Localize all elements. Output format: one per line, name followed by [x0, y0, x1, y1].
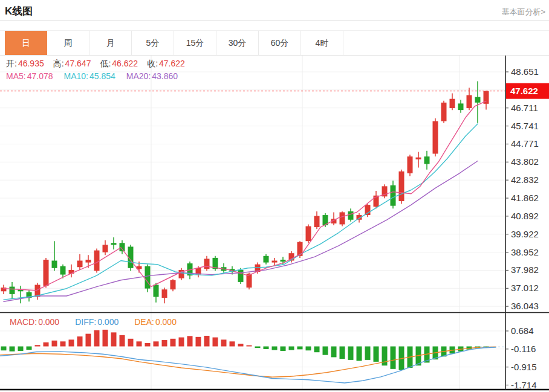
- current-price-badge-label: 47.622: [510, 86, 538, 96]
- candle: [52, 260, 57, 268]
- period-tabs: 日 周 月 5分 15分 30分 60分 4时: [0, 30, 549, 56]
- macd-readout: MACD:0.000 DIFF:0.000 DEA:0.000: [10, 317, 177, 327]
- candle: [171, 280, 176, 289]
- macd-bar: [187, 336, 193, 346]
- macd-bar: [27, 347, 32, 350]
- macd-bar: [255, 347, 261, 349]
- macd-bar: [86, 334, 91, 347]
- candle: [416, 158, 421, 159]
- candle: [120, 243, 125, 251]
- candle: [162, 289, 167, 298]
- candle: [111, 243, 117, 245]
- macd-bar: [264, 347, 269, 349]
- tab-4hour[interactable]: 4时: [301, 31, 343, 55]
- macd-bar: [289, 347, 294, 350]
- ohlc-open: 开:46.935: [6, 59, 44, 69]
- fundamental-analysis-link[interactable]: 基本面分析>: [501, 7, 545, 18]
- y-axis-label: 37.012: [511, 283, 539, 293]
- candle: [424, 156, 430, 164]
- candle: [306, 227, 311, 242]
- macd-bar: [314, 347, 320, 353]
- candle: [204, 259, 210, 269]
- macd-bar: [162, 340, 167, 346]
- candle: [264, 256, 269, 263]
- y-axis-label: -0.116: [511, 344, 536, 354]
- candle: [314, 216, 320, 227]
- macd-bar: [111, 332, 117, 346]
- candle: [433, 121, 438, 154]
- macd-bar: [1, 347, 7, 351]
- macd-bar: [297, 347, 303, 350]
- ohlc-high: 高:47.647: [53, 59, 91, 69]
- candle: [458, 103, 464, 110]
- candle: [94, 251, 100, 271]
- macd-bar: [35, 345, 41, 346]
- candle: [467, 95, 472, 109]
- macd-bar: [323, 347, 328, 355]
- macd-bar: [213, 338, 218, 347]
- macd-bar: [272, 347, 278, 350]
- kline-macd-chart[interactable]: 48.65146.71145.74144.77143.80242.83241.8…: [0, 56, 549, 392]
- y-axis-label: 43.802: [511, 156, 539, 167]
- candle: [10, 287, 15, 294]
- y-axis-label: 37.982: [511, 265, 539, 275]
- dea-line: [0, 347, 496, 377]
- dea-value-readout: DEA:0.000: [134, 317, 177, 327]
- tab-15min[interactable]: 15分: [174, 31, 216, 55]
- macd-bar: [60, 341, 66, 346]
- y-axis-label: 44.771: [511, 138, 539, 149]
- macd-value-readout: MACD:0.000: [10, 317, 59, 327]
- macd-bar: [179, 338, 184, 347]
- y-axis-label: 45.741: [511, 121, 539, 131]
- macd-bar: [391, 347, 396, 369]
- macd-bar: [196, 337, 201, 347]
- tab-week[interactable]: 周: [47, 31, 89, 55]
- y-axis-label: 36.043: [511, 301, 539, 311]
- macd-bar: [44, 342, 49, 347]
- macd-bar: [348, 347, 354, 360]
- kline-page: K线图 基本面分析> 日 周 月 5分 15分 30分 60分 4时 开:46.…: [0, 0, 549, 392]
- chart-area: 开:46.935 高:47.647 低:46.622 收:47.622 MA5:…: [0, 56, 549, 392]
- macd-bar: [247, 345, 252, 347]
- macd-bar: [281, 347, 286, 351]
- tab-month[interactable]: 月: [89, 31, 132, 55]
- macd-bar: [306, 347, 311, 351]
- macd-bar: [52, 341, 57, 347]
- candle: [247, 274, 252, 288]
- y-axis-label: 38.952: [511, 247, 539, 257]
- candle: [340, 212, 345, 224]
- candle: [391, 185, 396, 206]
- macd-bar: [77, 336, 83, 346]
- macd-bar: [357, 347, 362, 361]
- tab-30min[interactable]: 30分: [216, 31, 259, 55]
- macd-bar: [221, 339, 227, 346]
- candle: [60, 266, 66, 275]
- candle: [441, 103, 447, 121]
- y-axis-label: -0.915: [511, 362, 537, 372]
- candle: [348, 211, 354, 220]
- ma5-readout: MA5:47.078: [6, 71, 53, 81]
- tab-day[interactable]: 日: [5, 31, 47, 55]
- y-axis-label: 41.862: [511, 193, 539, 203]
- y-axis-label: 39.922: [511, 229, 539, 239]
- candle: [281, 260, 286, 262]
- candle: [365, 205, 371, 215]
- tab-60min[interactable]: 60分: [259, 31, 301, 55]
- macd-bar: [230, 341, 235, 346]
- macd-bar: [145, 343, 151, 347]
- ohlc-close: 收:47.622: [147, 59, 185, 69]
- candle: [450, 99, 455, 108]
- diff-line: [0, 347, 496, 383]
- tab-5min[interactable]: 5分: [132, 31, 174, 55]
- candle: [145, 266, 151, 289]
- candle: [86, 260, 91, 263]
- candle: [154, 285, 159, 297]
- diff-value-readout: DIFF:0.000: [75, 317, 119, 327]
- macd-bar: [204, 336, 210, 347]
- macd-bar: [171, 339, 176, 347]
- macd-bar: [18, 347, 24, 351]
- y-axis-label: 48.651: [511, 66, 539, 77]
- macd-bar: [154, 341, 159, 346]
- y-axis-label: 40.892: [511, 211, 539, 221]
- macd-bar: [374, 347, 379, 362]
